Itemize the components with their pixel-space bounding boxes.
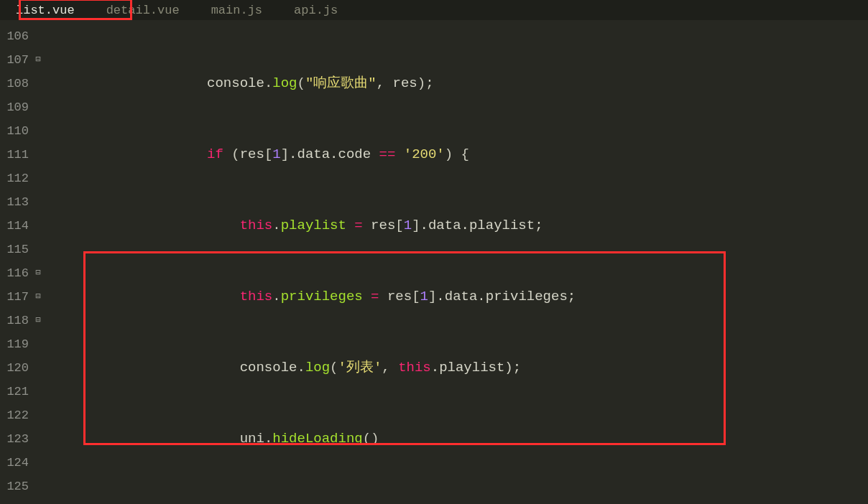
indent — [43, 146, 207, 162]
token: ) { — [445, 146, 469, 162]
code-editor[interactable]: 1061071081091101111121131141151161171181… — [0, 20, 868, 504]
token: [ — [412, 289, 420, 304]
fold-toggle-icon[interactable]: ⊟ — [33, 261, 43, 285]
token: ] — [428, 289, 436, 304]
token: ] — [281, 146, 289, 162]
tab-api-js[interactable]: api.js — [278, 1, 354, 19]
code-area[interactable]: console.log("响应歌曲", res); if (res[1].dat… — [43, 20, 868, 504]
line-number: 123 — [0, 427, 33, 451]
token: privileges — [281, 289, 363, 304]
code-line[interactable]: console.log('列表', this.playlist); — [43, 356, 868, 380]
line-number-gutter: 1061071081091101111121131141151161171181… — [0, 20, 33, 504]
token: . — [272, 218, 280, 233]
tab-detail-vue[interactable]: detail.vue — [91, 1, 195, 19]
token: [ — [395, 218, 403, 233]
token: .playlist); — [431, 360, 521, 375]
fold-toggle-icon — [33, 167, 43, 190]
indent — [43, 75, 207, 91]
token: ] — [412, 218, 420, 233]
token: console — [207, 75, 264, 91]
token-string: '列表' — [338, 360, 382, 375]
token: res — [387, 289, 412, 304]
token — [395, 146, 403, 162]
token: ( — [231, 146, 239, 162]
fold-toggle-icon — [33, 451, 43, 475]
fold-toggle-icon[interactable]: ⊟ — [33, 309, 43, 332]
token: ( — [330, 360, 338, 375]
token — [363, 218, 371, 233]
token: res — [393, 75, 417, 91]
line-number: 112 — [0, 167, 33, 190]
token: uni — [240, 431, 264, 447]
fold-toggle-icon — [33, 427, 43, 451]
token: () — [363, 431, 379, 447]
fold-gutter: ⊟⊟⊟⊟ — [33, 20, 43, 504]
token-fn: log — [272, 75, 297, 91]
fold-toggle-icon[interactable]: ⊟ — [33, 285, 43, 309]
token-fn: log — [305, 360, 330, 375]
token-op: = — [371, 289, 379, 304]
code-line[interactable]: console.log("响应歌曲", res); — [43, 72, 868, 95]
fold-toggle-icon — [33, 95, 43, 119]
code-line[interactable]: uni.hideLoading() — [43, 427, 868, 451]
fold-toggle-icon — [33, 403, 43, 427]
token: . — [264, 75, 272, 91]
token — [223, 146, 231, 162]
indent — [43, 431, 240, 447]
fold-toggle-icon — [33, 143, 43, 167]
line-number: 120 — [0, 356, 33, 380]
token: . — [272, 289, 280, 304]
token — [346, 218, 354, 233]
line-number: 118 — [0, 309, 33, 332]
code-line[interactable] — [43, 498, 868, 504]
line-number: 110 — [0, 119, 33, 143]
token-op: = — [354, 218, 362, 233]
token — [379, 289, 387, 304]
token: . — [264, 431, 272, 447]
token — [363, 289, 371, 304]
token-num: 1 — [404, 218, 412, 233]
line-number: 109 — [0, 95, 33, 119]
token: , — [377, 75, 393, 91]
token: console — [240, 360, 297, 375]
fold-toggle-icon — [33, 475, 43, 498]
line-number: 119 — [0, 332, 33, 356]
tab-main-js[interactable]: main.js — [195, 1, 278, 19]
token-this: this — [398, 360, 431, 375]
code-line[interactable]: if (res[1].data.code == '200') { — [43, 143, 868, 167]
token-kw: if — [207, 146, 223, 162]
line-number: 106 — [0, 24, 33, 48]
line-number: 108 — [0, 72, 33, 95]
code-line[interactable]: this.playlist = res[1].data.playlist; — [43, 214, 868, 238]
token: ); — [417, 75, 434, 91]
line-number: 116 — [0, 261, 33, 285]
line-number: 115 — [0, 238, 33, 261]
indent — [43, 289, 240, 304]
line-number: 117 — [0, 285, 33, 309]
token: .data.privileges; — [436, 289, 576, 304]
line-number: 125 — [0, 475, 33, 498]
line-number: 111 — [0, 143, 33, 167]
indent — [43, 360, 240, 375]
token-string: '200' — [404, 146, 445, 162]
line-number: 114 — [0, 214, 33, 238]
line-number: 107 — [0, 48, 33, 72]
fold-toggle-icon — [33, 72, 43, 95]
fold-toggle-icon — [33, 332, 43, 356]
tab-list-vue[interactable]: list.vue — [0, 1, 91, 19]
indent — [43, 218, 240, 233]
code-line[interactable]: this.privileges = res[1].data.privileges… — [43, 285, 868, 309]
fold-toggle-icon — [33, 238, 43, 261]
line-number: 124 — [0, 451, 33, 475]
fold-toggle-icon — [33, 119, 43, 143]
tab-bar: list.vue detail.vue main.js api.js — [0, 0, 868, 20]
token-num: 1 — [420, 289, 428, 304]
token: playlist — [281, 218, 346, 233]
token: , — [382, 360, 398, 375]
fold-toggle-icon — [33, 214, 43, 238]
token: . — [297, 360, 305, 375]
token-this: this — [240, 289, 273, 304]
token: ( — [297, 75, 305, 91]
fold-toggle-icon[interactable]: ⊟ — [33, 48, 43, 72]
token: .data.code — [289, 146, 379, 162]
